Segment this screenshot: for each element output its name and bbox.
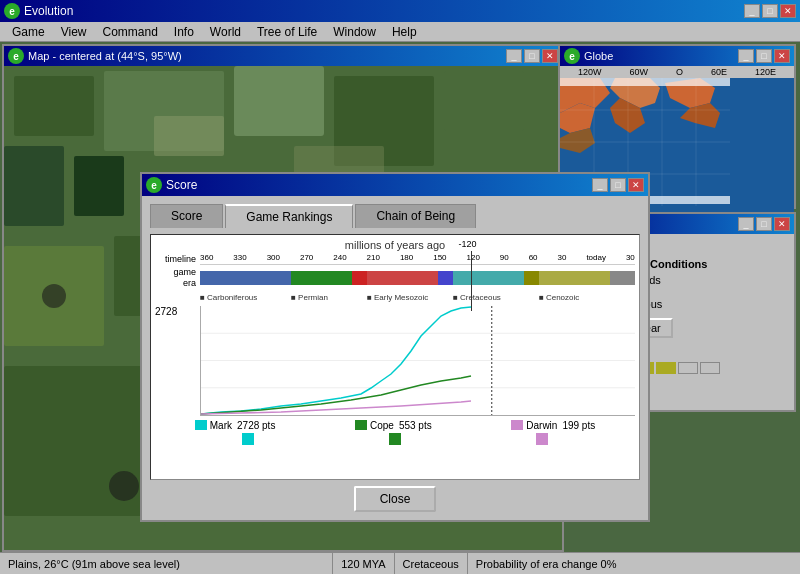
marker-label: -120	[459, 239, 477, 249]
close-score-button[interactable]: Close	[354, 486, 437, 512]
feed-seg-7	[700, 362, 720, 374]
score-icon: e	[146, 177, 162, 193]
tab-score[interactable]: Score	[150, 204, 223, 228]
svg-rect-19	[154, 116, 224, 156]
era-names: ■ Carboniferous ■ Permian ■ Early Mesozo…	[200, 293, 635, 302]
menu-tree-of-life[interactable]: Tree of Life	[249, 23, 325, 41]
score-tabs: Score Game Rankings Chain of Being	[150, 204, 640, 228]
status-location: Plains, 26°C (91m above sea level)	[0, 553, 333, 574]
score-value: 2728	[155, 306, 177, 317]
score-close[interactable]: ✕	[628, 178, 644, 192]
globe-labels: 120W 60W O 60E 120E	[560, 66, 794, 78]
legend-mark-color	[195, 420, 207, 430]
chart-svg-container	[200, 306, 635, 416]
chart-body: 2728	[155, 306, 635, 416]
status-era: Cretaceous	[395, 553, 468, 574]
globe-label-3: 60E	[711, 67, 727, 77]
map-title: Map - centered at (44°S, 95°W)	[28, 50, 182, 62]
map-maximize[interactable]: □	[524, 49, 540, 63]
cope-square	[389, 433, 401, 445]
timeline-ticks: 360 330 300 270 240 210 180 150 120 -120…	[200, 253, 635, 265]
svg-rect-3	[234, 66, 324, 136]
close-button[interactable]: ✕	[780, 4, 796, 18]
legend-mark: Mark 2728 pts	[195, 420, 276, 431]
era-end	[610, 271, 635, 285]
globe-label-2: O	[676, 67, 683, 77]
score-title-bar: e Score _ □ ✕	[142, 174, 648, 196]
timeline-row: timeline 360 330 300 270 240 210 180 150…	[155, 253, 635, 265]
menu-view[interactable]: View	[53, 23, 95, 41]
map-title-bar: e Map - centered at (44°S, 95°W) _ □ ✕	[4, 46, 562, 66]
minimize-button[interactable]: _	[744, 4, 760, 18]
svg-rect-1	[14, 76, 94, 136]
close-btn-container: Close	[150, 486, 640, 512]
app-icon: e	[4, 3, 20, 19]
map-icon: e	[8, 48, 24, 64]
legend-darwin-color	[511, 420, 523, 430]
darwin-square	[536, 433, 548, 445]
menu-info[interactable]: Info	[166, 23, 202, 41]
score-minimize[interactable]: _	[592, 178, 608, 192]
globe-close[interactable]: ✕	[774, 49, 790, 63]
timeline-label: timeline	[155, 254, 200, 264]
menu-window[interactable]: Window	[325, 23, 384, 41]
era-gap1	[352, 271, 367, 285]
era-cenozoic	[539, 271, 610, 285]
svg-rect-6	[4, 146, 64, 226]
mark-square	[242, 433, 254, 445]
feed-seg-5	[656, 362, 676, 374]
maximize-button[interactable]: □	[762, 4, 778, 18]
status-probability: Probability of era change 0%	[468, 553, 800, 574]
chart-header: millions of years ago	[155, 239, 635, 251]
command-close[interactable]: ✕	[774, 217, 790, 231]
legend-cope: Cope 553 pts	[355, 420, 432, 431]
main-area: e Map - centered at (44°S, 95°W) _ □ ✕	[0, 42, 800, 572]
chart-legend: Mark 2728 pts Cope 553 pts Darwin 199 pt…	[155, 420, 635, 431]
menu-command[interactable]: Command	[94, 23, 165, 41]
marker-line	[471, 251, 472, 311]
svg-rect-5	[444, 71, 524, 131]
era-names-row: ■ Carboniferous ■ Permian ■ Early Mesozo…	[155, 293, 635, 302]
globe-title: Globe	[584, 50, 613, 62]
score-maximize[interactable]: □	[610, 178, 626, 192]
score-title: Score	[166, 178, 197, 192]
command-minimize[interactable]: _	[738, 217, 754, 231]
tab-chain-of-being[interactable]: Chain of Being	[355, 204, 476, 228]
app-title: Evolution	[24, 4, 73, 18]
status-mya: 120 MYA	[333, 553, 394, 574]
svg-rect-7	[74, 156, 124, 216]
globe-minimize[interactable]: _	[738, 49, 754, 63]
menu-game[interactable]: Game	[4, 23, 53, 41]
legend-squares	[155, 433, 635, 445]
era-gap2	[438, 271, 453, 285]
feed-seg-6	[678, 362, 698, 374]
globe-label-0: 120W	[578, 67, 602, 77]
legend-darwin: Darwin 199 pts	[511, 420, 595, 431]
era-gap3	[524, 271, 539, 285]
era-row: gameera	[155, 267, 635, 289]
menu-help[interactable]: Help	[384, 23, 425, 41]
svg-rect-29	[560, 78, 730, 86]
era-cretaceous	[453, 271, 524, 285]
globe-icon: e	[564, 48, 580, 64]
score-content: Score Game Rankings Chain of Being milli…	[142, 196, 648, 520]
score-window: e Score _ □ ✕ Score Game Rankings Chain …	[140, 172, 650, 522]
globe-label-4: 120E	[755, 67, 776, 77]
tab-game-rankings[interactable]: Game Rankings	[225, 204, 353, 228]
svg-point-18	[109, 471, 139, 501]
globe-label-1: 60W	[629, 67, 648, 77]
globe-title-bar: e Globe _ □ ✕	[560, 46, 794, 66]
menu-bar: Game View Command Info World Tree of Lif…	[0, 22, 800, 42]
title-bar: e Evolution _ □ ✕	[0, 0, 800, 22]
map-close[interactable]: ✕	[542, 49, 558, 63]
globe-maximize[interactable]: □	[756, 49, 772, 63]
map-minimize[interactable]: _	[506, 49, 522, 63]
svg-point-17	[42, 284, 66, 308]
legend-cope-color	[355, 420, 367, 430]
menu-world[interactable]: World	[202, 23, 249, 41]
era-carboniferous	[200, 271, 291, 285]
era-label: gameera	[155, 267, 200, 289]
era-early-mesozoic	[367, 271, 438, 285]
status-bar: Plains, 26°C (91m above sea level) 120 M…	[0, 552, 800, 574]
command-maximize[interactable]: □	[756, 217, 772, 231]
